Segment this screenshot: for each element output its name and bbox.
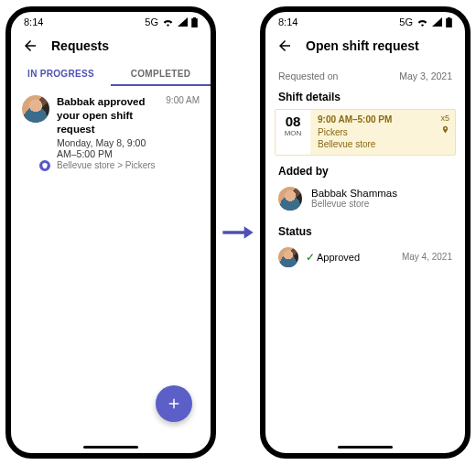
status-time: 8:14: [24, 16, 43, 27]
location-icon: [441, 125, 449, 134]
shift-count: x5: [440, 113, 449, 124]
shift-badge-icon: [38, 158, 52, 173]
svg-rect-3: [448, 17, 450, 18]
status-time: 8:14: [278, 16, 298, 27]
avatar-image: [278, 247, 298, 267]
status-label: Status: [265, 216, 465, 243]
wifi-icon: [416, 17, 428, 27]
tabs: IN PROGRESS COMPLETED: [11, 61, 211, 86]
signal-icon: [432, 17, 442, 27]
page-title: Open shift request: [306, 38, 419, 53]
status-indicators: 5G: [145, 16, 198, 27]
flow-arrow-icon: [222, 223, 254, 242]
svg-rect-1: [193, 17, 196, 18]
avatar-image: [22, 95, 49, 123]
tab-completed[interactable]: COMPLETED: [111, 61, 211, 86]
wifi-icon: [162, 17, 174, 27]
shift-day: 08: [276, 114, 310, 129]
status-bar: 8:14 5G: [11, 12, 211, 32]
request-body: Babbak approved your open shift request …: [57, 95, 158, 170]
shift-extras: x5: [440, 113, 449, 136]
svg-rect-2: [446, 18, 452, 27]
status-date: May 4, 2021: [402, 252, 452, 262]
page-title: Requests: [51, 38, 109, 53]
avatar-image: [278, 187, 302, 211]
signal-icon: [178, 17, 188, 27]
phone-detail: 8:14 5G Open shift request Requested on …: [260, 6, 471, 459]
network-label: 5G: [145, 16, 158, 27]
shift-time: 9:00 AM–5:00 PM: [318, 114, 448, 126]
request-sub: Monday, May 8, 9:00 AM–5:00 PM: [57, 137, 158, 159]
request-title: Babbak approved your open shift request: [57, 95, 158, 136]
battery-icon: [446, 17, 452, 27]
status-bar: 8:14 5G: [265, 12, 465, 32]
shift-date: 08 MON: [276, 110, 310, 155]
network-label: 5G: [399, 16, 413, 27]
add-button[interactable]: [156, 385, 192, 422]
status-indicators: 5G: [399, 16, 452, 27]
shift-card[interactable]: 08 MON 9:00 AM–5:00 PM Pickers Bellevue …: [275, 109, 456, 156]
avatar: [22, 95, 49, 170]
added-by-label: Added by: [265, 156, 465, 183]
home-indicator[interactable]: [83, 446, 138, 449]
requested-label: Requested on: [278, 70, 338, 81]
plus-icon: [166, 395, 182, 412]
home-indicator[interactable]: [338, 446, 393, 449]
svg-rect-0: [191, 18, 198, 27]
check-icon: ✓: [306, 251, 315, 264]
added-by-row[interactable]: Babbak Shammas Bellevue store: [265, 183, 465, 216]
requested-row: Requested on May 3, 2021: [265, 61, 465, 81]
status-row: ✓Approved May 4, 2021: [265, 243, 465, 271]
status-value: Approved: [317, 252, 360, 263]
back-icon[interactable]: [276, 38, 293, 54]
battery-icon: [191, 17, 198, 27]
person-name: Babbak Shammas: [311, 188, 397, 199]
header: Open shift request: [265, 32, 465, 61]
person-store: Bellevue store: [311, 199, 397, 209]
shift-store: Bellevue store: [318, 138, 448, 151]
shift-details-label: Shift details: [265, 81, 465, 109]
requested-date: May 3, 2021: [399, 70, 452, 81]
request-time: 9:00 AM: [166, 95, 200, 170]
request-meta: Bellevue store > Pickers: [57, 160, 158, 170]
request-item[interactable]: Babbak approved your open shift request …: [22, 95, 200, 170]
person-info: Babbak Shammas Bellevue store: [311, 188, 397, 209]
shift-body: 9:00 AM–5:00 PM Pickers Bellevue store x…: [310, 110, 455, 155]
shift-dow: MON: [276, 129, 310, 137]
phone-requests: 8:14 5G Requests IN PROGRESS COMPLETED B…: [5, 6, 216, 459]
tab-in-progress[interactable]: IN PROGRESS: [11, 61, 111, 86]
shift-group: Pickers: [318, 126, 448, 139]
header: Requests: [11, 32, 211, 61]
status-text: ✓Approved: [306, 251, 395, 264]
back-icon[interactable]: [22, 38, 38, 54]
